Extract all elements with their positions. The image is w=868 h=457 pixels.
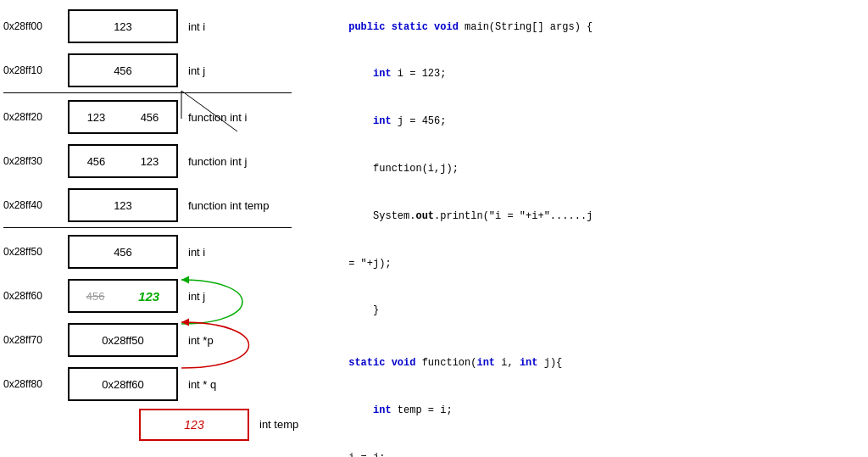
addr-4: 0x28ff40: [0, 199, 68, 211]
label-8: int * q: [188, 378, 216, 391]
membox-0: 123: [68, 9, 178, 43]
memory-section: 0x28ff00 123 int i 0x28ff10 456 int j 0x…: [0, 0, 305, 457]
label-0: int i: [188, 20, 205, 33]
bottom-box: 123: [139, 409, 249, 441]
main-container: 0x28ff00 123 int i 0x28ff10 456 int j 0x…: [0, 0, 868, 457]
membox-7: 0x28ff50: [68, 323, 178, 357]
addr-3: 0x28ff30: [0, 155, 68, 167]
label-2: function int i: [188, 111, 247, 124]
memory-row-5: 0x28ff50 456 int i: [0, 230, 305, 274]
label-7: int *p: [188, 334, 214, 347]
label-5: int i: [188, 246, 205, 259]
label-3: function int j: [188, 155, 247, 168]
memory-row-2: 0x28ff20 123 456 function int i: [0, 95, 305, 139]
memory-row-7: 0x28ff70 0x28ff50 int *p: [0, 318, 305, 362]
membox-8: 0x28ff60: [68, 367, 178, 401]
memory-row-3: 0x28ff30 456 123 function int j: [0, 139, 305, 183]
membox-2: 123 456: [68, 100, 178, 134]
code-line-func-3: i = j;: [312, 434, 861, 457]
divider-2: [3, 227, 292, 228]
membox-1: 456: [68, 53, 178, 87]
memory-row-8: 0x28ff80 0x28ff60 int * q: [0, 362, 305, 406]
code-line-main-5: System.out.println("i = "+i+"......j: [312, 192, 861, 240]
code-line-main-4: function(i,j);: [312, 145, 861, 192]
code-section: public static void main(String[] args) {…: [305, 0, 868, 457]
code-line-func-1: static void function(int i, int j){: [312, 339, 861, 387]
addr-1: 0x28ff10: [0, 64, 68, 76]
code-line-main-2: int i = 123;: [312, 51, 861, 98]
label-bottom: int temp: [259, 418, 298, 431]
addr-8: 0x28ff80: [0, 378, 68, 390]
code-line-main-3: int j = 456;: [312, 98, 861, 146]
membox-3: 456 123: [68, 144, 178, 178]
addr-6: 0x28ff60: [0, 290, 68, 302]
label-1: int j: [188, 64, 205, 77]
addr-5: 0x28ff50: [0, 246, 68, 258]
code-line-func-2: int temp = i;: [312, 387, 861, 434]
memory-row-4: 0x28ff40 123 function int temp: [0, 183, 305, 227]
addr-2: 0x28ff20: [0, 111, 68, 123]
code-line-main-6: = "+j);: [312, 240, 861, 287]
bottom-row: 123 int temp: [0, 406, 305, 442]
divider-1: [3, 92, 292, 93]
membox-4: 123: [68, 188, 178, 222]
code-line-main-1: public static void main(String[] args) {: [312, 3, 861, 51]
membox-6: 456 123: [68, 279, 178, 313]
memory-row-0: 0x28ff00 123 int i: [0, 4, 305, 48]
memory-row-1: 0x28ff10 456 int j: [0, 48, 305, 92]
memory-row-6: 0x28ff60 456 123 int j: [0, 274, 305, 318]
addr-0: 0x28ff00: [0, 20, 68, 32]
label-4: function int temp: [188, 199, 269, 212]
label-6: int j: [188, 290, 205, 303]
membox-5: 456: [68, 235, 178, 269]
code-line-main-7: }: [312, 287, 861, 335]
addr-7: 0x28ff70: [0, 334, 68, 346]
